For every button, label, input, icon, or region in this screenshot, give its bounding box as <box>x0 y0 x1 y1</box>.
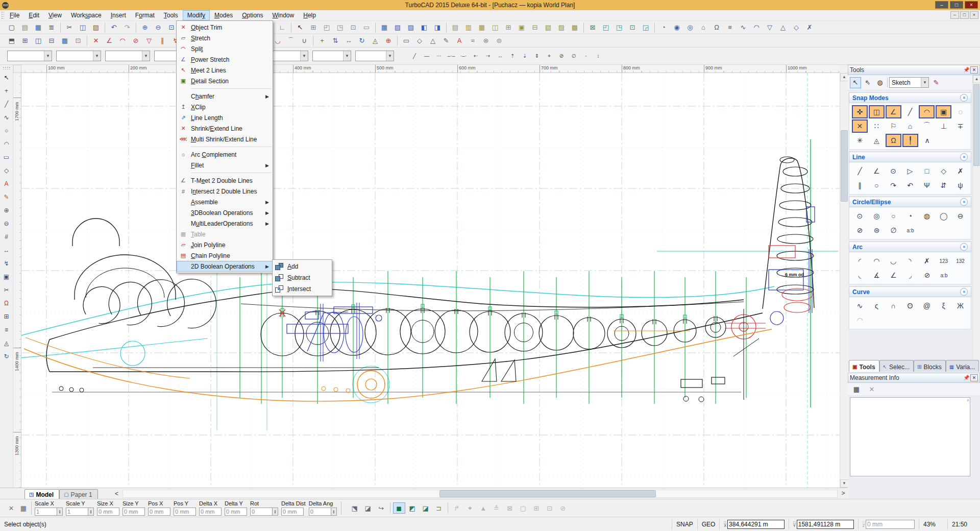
snap-arc-center-icon[interactable]: ◠ <box>919 105 935 118</box>
field-input-size-y[interactable] <box>122 508 145 516</box>
align-v-icon[interactable]: ⇅ <box>329 35 341 46</box>
select-window-icon[interactable]: ▭ <box>360 22 373 33</box>
view-side-icon[interactable]: ▨ <box>405 22 417 33</box>
magnet-tool-icon[interactable]: Ω <box>1 298 12 309</box>
menu-item-table[interactable]: ▦Table <box>177 229 273 239</box>
menu-item-stretch[interactable]: ▱Stretch <box>177 33 273 43</box>
union-edit-icon[interactable]: ∪ <box>298 35 310 46</box>
view-top-icon[interactable]: ◧ <box>418 22 430 33</box>
line-tangent-circle-icon[interactable]: ○ <box>869 179 885 192</box>
field-input-rot[interactable] <box>250 508 273 516</box>
menu-edit[interactable]: Edit <box>24 10 44 20</box>
section-header[interactable]: Arc« <box>849 242 971 252</box>
layer-list-icon[interactable]: ≡ <box>1 324 12 335</box>
scroll-up-arrow[interactable]: ∧ <box>967 398 969 402</box>
lock-aspect-icon[interactable]: ⬔ <box>349 502 361 514</box>
view-iso-icon[interactable]: ▦ <box>378 22 390 33</box>
arc-angle-icon[interactable]: ∡ <box>869 269 885 282</box>
line-tangent-arc-icon[interactable]: ↷ <box>886 179 901 192</box>
curve-ghost-icon[interactable]: ◠ <box>852 313 868 327</box>
triangle-tool-icon[interactable]: △ <box>427 35 439 46</box>
pin-icon[interactable]: 📌 <box>963 374 970 382</box>
arrow-down-icon[interactable]: ⇣ <box>519 51 530 61</box>
crosshair-icon[interactable]: + <box>544 51 555 61</box>
arc-start-end-icon[interactable]: ◟ <box>852 269 868 282</box>
array-polar-icon[interactable]: ◰ <box>600 22 612 33</box>
insert-table-icon[interactable]: ⊞ <box>502 22 514 33</box>
horizontal-scroll-thumb[interactable] <box>439 490 656 497</box>
circle-tangent-line-icon[interactable]: ◍ <box>919 209 935 223</box>
palette-scrollbar[interactable]: ▲ ▼ <box>972 75 980 369</box>
field-input-delta-ang[interactable] <box>309 508 331 516</box>
polygon-icon[interactable]: ◇ <box>1 165 12 176</box>
snap-vertex-icon[interactable]: ∠ <box>886 105 901 118</box>
close-icon[interactable]: ✕ <box>970 66 978 74</box>
line-style-dashdot-icon[interactable]: –·– <box>446 51 457 61</box>
move-icon[interactable]: + <box>316 35 328 46</box>
menu-item-multileaderoperations[interactable]: MultiLeaderOperations▶ <box>177 218 273 229</box>
menu-workspace[interactable]: Workspace <box>66 10 106 20</box>
arc-icon[interactable]: ◠ <box>1 138 12 150</box>
fillet-icon[interactable]: ∠ <box>103 35 115 46</box>
tab-scroll-right-button[interactable]: > <box>839 489 848 498</box>
camera-icon[interactable]: ◎ <box>684 22 696 33</box>
scroll-up-arrow[interactable]: ▲ <box>973 75 980 83</box>
home-view-icon[interactable]: ⌂ <box>697 22 709 33</box>
ucs-icon[interactable]: ∟ <box>276 22 288 33</box>
arrow-end-icon[interactable]: ⇢ <box>482 51 494 61</box>
menu-item-object-trim[interactable]: ✕Object Trim <box>177 22 273 33</box>
section-header[interactable]: Line« <box>849 152 971 162</box>
chevron-down-icon[interactable]: ▼ <box>93 51 101 61</box>
arc-1-2-3-icon[interactable]: 123 <box>936 254 951 268</box>
mdi-restore-button[interactable]: □ <box>960 11 969 19</box>
style-combo-2[interactable]: ▼ <box>312 51 351 61</box>
fill-tool-icon[interactable]: ⊜ <box>493 35 505 46</box>
vertical-scroll-thumb[interactable] <box>841 130 848 202</box>
arc-double-point-icon[interactable]: ◡ <box>886 254 901 268</box>
ghost-no-icon[interactable]: ⊘ <box>557 502 569 514</box>
arc-edit-icon[interactable]: ◠ <box>116 35 129 46</box>
line-style-dot-icon[interactable]: ⋯ <box>433 51 445 61</box>
offset-icon[interactable]: ◲ <box>640 22 652 33</box>
ghost-box2-icon[interactable]: ▢ <box>517 502 529 514</box>
calculator-icon[interactable]: ▦ <box>17 502 30 514</box>
select-arrow-icon[interactable]: ↖ <box>1 72 12 83</box>
spinner-control[interactable]: ▲▼ <box>88 508 94 516</box>
snap-center-icon[interactable]: ◌ <box>952 105 968 118</box>
arrow-start-icon[interactable]: ⇠ <box>470 51 481 61</box>
view-back-icon[interactable]: ◨ <box>431 22 444 33</box>
ghost-box3-icon[interactable]: ⊞ <box>530 502 543 514</box>
paste-row-icon[interactable]: ⊟ <box>45 35 58 46</box>
taper-icon[interactable]: ▽ <box>143 35 155 46</box>
insert-region-icon[interactable]: ▩ <box>569 22 581 33</box>
snap-normal-icon[interactable]: ∓ <box>952 119 968 133</box>
snap-divide-icon[interactable]: ✳ <box>852 134 868 147</box>
zoom-level[interactable]: 43% <box>919 519 947 529</box>
zoom-out-icon[interactable]: ⊖ <box>152 22 164 33</box>
scroll-up-arrow[interactable]: ▲ <box>840 73 848 81</box>
menu-item-intersect-2-double-lines[interactable]: #Intersect 2 Double Lines <box>177 186 273 197</box>
insert-symbol-icon[interactable]: ▦ <box>476 22 488 33</box>
section-header[interactable]: Snap Modes« <box>849 92 971 103</box>
view-front-icon[interactable]: ▧ <box>391 22 404 33</box>
redo-icon[interactable]: ↷ <box>121 22 133 33</box>
trim-icon[interactable]: ✕ <box>90 35 102 46</box>
x-coordinate-input[interactable] <box>727 520 785 529</box>
no-symbol-icon[interactable]: ⊘ <box>556 51 567 61</box>
sketch-curve-icon[interactable]: Ж <box>952 299 968 312</box>
select-all-icon[interactable]: ⊡ <box>347 22 359 33</box>
collapse-chevron-icon[interactable]: « <box>960 153 968 161</box>
submenu-item-intersect[interactable]: Intersect <box>273 283 332 295</box>
erase-icon[interactable]: ✗ <box>803 22 816 33</box>
array-rect-icon[interactable]: ⊠ <box>586 22 599 33</box>
curve-view-icon[interactable]: ∿ <box>737 22 749 33</box>
copy-icon[interactable]: ◫ <box>77 22 89 33</box>
array-path-icon[interactable]: ◳ <box>613 22 625 33</box>
tab-scroll-left-button[interactable]: < <box>112 489 121 498</box>
arc-view-icon[interactable]: ◠ <box>750 22 763 33</box>
section-header[interactable]: Circle/Ellipse« <box>849 197 971 207</box>
ellipse-diagonal-icon[interactable]: ⊘ <box>852 224 868 237</box>
open-icon[interactable]: ▤ <box>19 22 31 33</box>
workplane-tool-icon[interactable]: ▣ <box>1 271 12 282</box>
line-fork-icon[interactable]: Ψ <box>919 179 935 192</box>
